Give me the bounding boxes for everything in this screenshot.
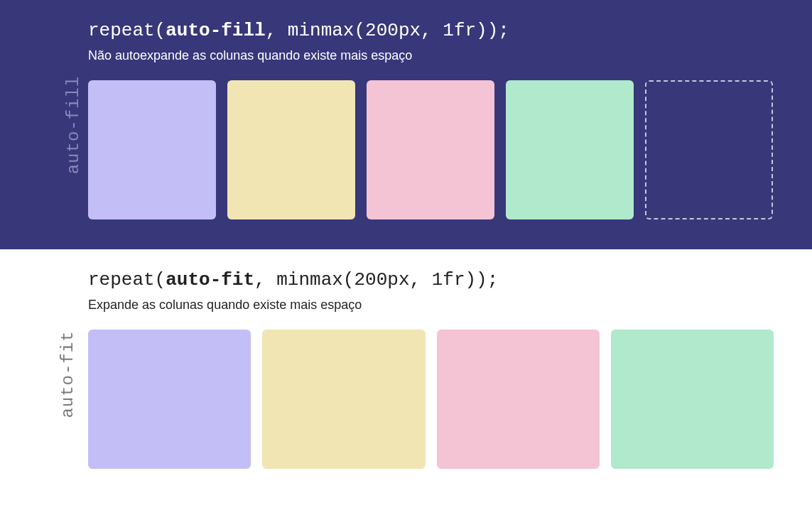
- section-auto-fill: auto-fill repeat(auto-fill, minmax(200px…: [0, 0, 812, 249]
- description-auto-fit: Expande as colunas quando existe mais es…: [88, 298, 774, 313]
- code-line-auto-fill: repeat(auto-fill, minmax(200px, 1fr));: [88, 20, 774, 41]
- grid-box: [611, 330, 774, 469]
- code-keyword: auto-fill: [166, 20, 265, 41]
- grid-auto-fit: [88, 330, 774, 469]
- grid-box: [437, 330, 600, 469]
- grid-auto-fill: [88, 80, 774, 219]
- side-label-auto-fit: auto-fit: [58, 330, 77, 418]
- grid-box: [506, 80, 634, 219]
- grid-box: [227, 80, 355, 219]
- code-line-auto-fit: repeat(auto-fit, minmax(200px, 1fr));: [88, 269, 774, 291]
- code-suffix: , minmax(200px, 1fr));: [266, 20, 509, 41]
- grid-box: [88, 330, 251, 469]
- code-suffix: , minmax(200px, 1fr));: [254, 269, 498, 291]
- grid-box: [88, 80, 216, 219]
- grid-box: [367, 80, 494, 219]
- grid-ghost-column: [645, 80, 773, 219]
- code-keyword: auto-fit: [166, 269, 254, 291]
- code-prefix: repeat(: [88, 20, 166, 41]
- code-prefix: repeat(: [88, 269, 166, 291]
- section-auto-fit: auto-fit repeat(auto-fit, minmax(200px, …: [0, 249, 812, 499]
- description-auto-fill: Não autoexpande as colunas quando existe…: [88, 48, 774, 63]
- grid-box: [262, 330, 425, 469]
- side-label-auto-fill: auto-fill: [64, 75, 83, 174]
